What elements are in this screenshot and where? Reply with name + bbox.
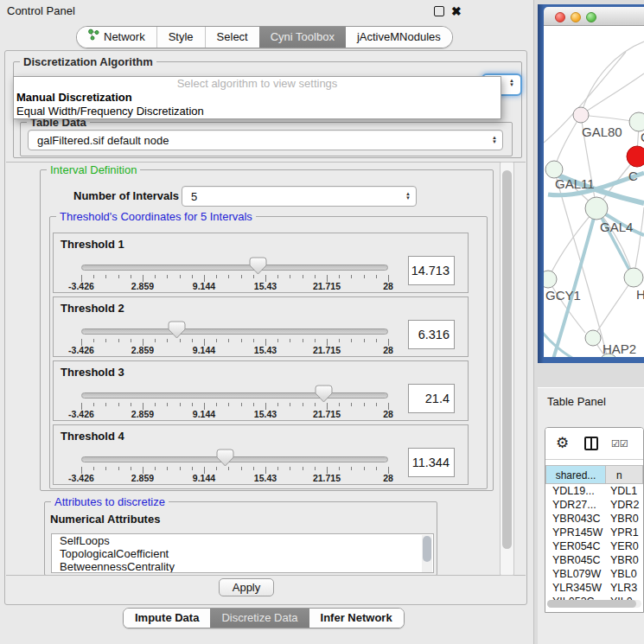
slider-tick xyxy=(155,403,156,406)
close-traffic-light-icon[interactable] xyxy=(555,12,565,22)
threshold-slider-track[interactable] xyxy=(81,392,388,399)
slider-tick xyxy=(131,275,131,278)
network-node-hap2[interactable] xyxy=(585,330,601,346)
node-label: G xyxy=(641,130,644,144)
list-scrollbar[interactable] xyxy=(422,535,432,573)
select-columns-icon[interactable]: ☑☑ xyxy=(611,438,628,450)
threshold-slider-thumb[interactable] xyxy=(315,385,333,403)
table-row[interactable]: YER054CYER0 xyxy=(545,539,643,553)
slider-tick xyxy=(228,403,229,406)
num-intervals-combobox[interactable]: 5 ▲▼ xyxy=(182,186,417,207)
table-panel-title: Table Panel xyxy=(547,395,606,408)
slider-tick xyxy=(228,275,229,278)
table-row[interactable]: YBL079WYBL0 xyxy=(545,567,643,581)
tab-jactivemnodules[interactable]: jActiveMNodules xyxy=(346,27,452,48)
table-hscrollbar[interactable] xyxy=(547,600,641,608)
network-node-c[interactable] xyxy=(627,146,644,167)
threshold-value-field[interactable]: 6.316 xyxy=(408,320,455,349)
table-cell: YDR27... xyxy=(545,498,606,512)
gear-icon[interactable]: ⚙ xyxy=(556,434,569,452)
scrollbar-thumb[interactable] xyxy=(547,600,636,608)
slider-tick xyxy=(216,403,217,406)
minimize-traffic-light-icon[interactable] xyxy=(571,12,581,22)
zoom-traffic-light-icon[interactable] xyxy=(586,12,596,22)
threshold-label: Threshold 3 xyxy=(61,366,124,379)
slider-tick-label: 9.144 xyxy=(193,409,215,419)
threshold-slider-track[interactable] xyxy=(81,265,388,271)
dropdown-option[interactable]: Equal Width/Frequency Discretization xyxy=(14,105,501,118)
attributes-list[interactable]: SelfLoopsTopologicalCoefficientBetweenne… xyxy=(51,533,434,573)
table-cell: YER054C xyxy=(545,539,606,553)
table-panel: Table Panel ⚙ ☑☑ shared...n YDL19...YDL1… xyxy=(538,387,644,644)
slider-tick-label: -3.426 xyxy=(68,409,94,419)
list-item[interactable]: SelfLoops xyxy=(52,534,433,547)
float-window-icon[interactable] xyxy=(434,6,444,16)
node-label: GAL4 xyxy=(600,220,633,234)
slider-tick xyxy=(167,339,168,342)
tab-select[interactable]: Select xyxy=(205,27,259,48)
network-node-gal11[interactable] xyxy=(545,161,563,178)
table-row[interactable]: YDL19...YDL1 xyxy=(545,484,643,498)
table-header-row: shared...n xyxy=(545,465,643,484)
threshold-panel: Threshold 1-3.4262.8599.14415.4321.71528… xyxy=(53,233,469,293)
tab-style[interactable]: Style xyxy=(156,27,205,48)
slider-tick xyxy=(364,339,365,342)
list-item[interactable]: BetweennessCentrality xyxy=(52,560,433,573)
threshold-value-field[interactable]: 11.344 xyxy=(408,448,455,477)
scrollbar-thumb[interactable] xyxy=(502,170,512,549)
tab-discretize-data[interactable]: Discretize Data xyxy=(210,609,309,628)
table-row[interactable]: YDR27...YDR2 xyxy=(545,498,643,512)
table-row[interactable]: YBR045CYBR0 xyxy=(545,553,643,567)
network-node-gal80[interactable] xyxy=(573,107,589,123)
node-label: H xyxy=(636,287,644,302)
network-node-g[interactable] xyxy=(629,112,644,131)
slider-tick xyxy=(105,403,106,406)
group-title: Attributes to discretize xyxy=(51,495,169,508)
slider-tick xyxy=(118,275,119,278)
numerical-attributes-label: Numerical Attributes xyxy=(50,513,160,526)
dropdown-option[interactable]: Manual Discretization xyxy=(14,91,501,105)
table-data-combobox[interactable]: galFiltered.sif default node ▲▼ xyxy=(28,130,503,150)
slider-tick xyxy=(351,339,352,342)
group-title: Interval Definition xyxy=(47,163,140,176)
table-cell: YBR043C xyxy=(545,512,606,526)
slider-tick xyxy=(364,403,365,406)
table-rows: YDL19...YDL1YDR27...YDR2YBR043CYBR0YPR14… xyxy=(545,484,643,602)
slider-tick xyxy=(339,275,340,278)
network-canvas[interactable]: GAL80GCGAL11GAL4GCY1HHAP2 xyxy=(544,26,644,357)
tab-network[interactable]: Network xyxy=(77,27,156,48)
apply-button[interactable]: Apply xyxy=(219,578,274,596)
slider-tick xyxy=(351,403,352,406)
tab-cyni-toolbox[interactable]: Cyni Toolbox xyxy=(259,27,346,48)
thresholds-group: Threshold's Coordinates for 5 Intervals … xyxy=(49,216,488,489)
threshold-slider-thumb[interactable] xyxy=(249,257,267,275)
threshold-value-field[interactable]: 21.4 xyxy=(408,384,455,413)
threshold-slider-track[interactable] xyxy=(81,328,388,335)
threshold-slider-track[interactable] xyxy=(81,456,388,462)
table-row[interactable]: YBR043CYBR0 xyxy=(545,512,643,526)
slider-tick xyxy=(228,467,229,470)
network-node-gcy1[interactable] xyxy=(544,271,557,288)
network-node-gal4[interactable] xyxy=(585,197,608,220)
threshold-value-field[interactable]: 14.713 xyxy=(408,256,455,285)
tab-infer-network[interactable]: Infer Network xyxy=(309,609,404,628)
threshold-slider-thumb[interactable] xyxy=(216,449,234,467)
threshold-slider-thumb[interactable] xyxy=(168,321,186,339)
slider-tick xyxy=(105,467,106,470)
slider-tick xyxy=(93,403,94,406)
slider-tick-label: -3.426 xyxy=(68,473,94,483)
table-row[interactable]: YPR145WYPR1 xyxy=(545,526,643,539)
table-row[interactable]: YLR345WYLR3 xyxy=(545,581,643,595)
list-item[interactable]: TopologicalCoefficient xyxy=(52,547,433,560)
column-header[interactable]: shared... xyxy=(545,465,606,484)
columns-icon[interactable] xyxy=(584,437,598,450)
column-header[interactable]: n xyxy=(606,465,643,484)
tab-impute-data[interactable]: Impute Data xyxy=(124,609,210,628)
panel-scrollbar[interactable] xyxy=(500,162,514,576)
slider-tick-label: 28 xyxy=(383,409,393,419)
close-icon[interactable]: ✖ xyxy=(451,3,462,19)
slider-tick xyxy=(277,339,278,342)
slider-tick xyxy=(180,403,181,406)
network-node-h[interactable] xyxy=(624,268,643,287)
slider-tick xyxy=(167,403,168,406)
